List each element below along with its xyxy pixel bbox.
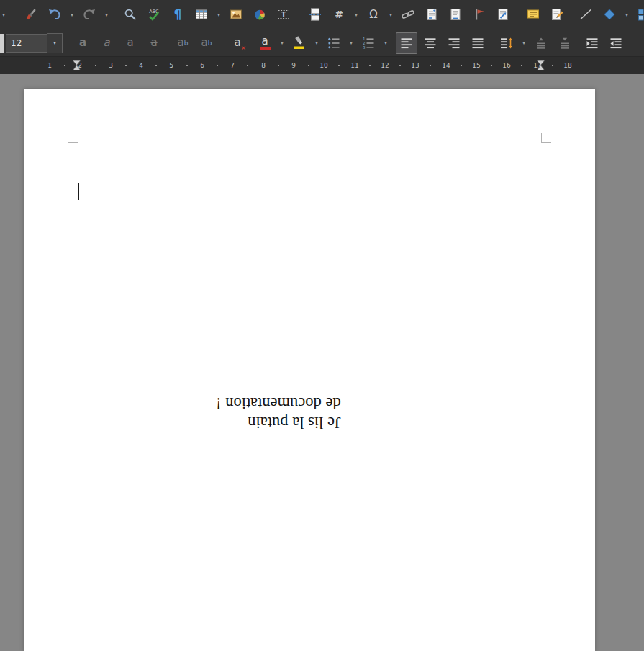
line-spacing-dropdown-arrow[interactable]: ▾ — [520, 32, 528, 54]
basic-shapes-button[interactable] — [599, 4, 620, 25]
subscript-button[interactable]: ab — [196, 32, 217, 54]
highlight-color-dropdown-arrow[interactable]: ▾ — [312, 32, 321, 54]
underline-button[interactable]: a — [119, 32, 141, 54]
decrease-indent-icon — [609, 36, 623, 50]
track-changes-icon — [550, 7, 564, 22]
insert-text-box-button[interactable]: T — [273, 4, 294, 25]
bold-button[interactable]: a — [72, 32, 94, 54]
align-left-button[interactable] — [396, 32, 417, 54]
horizontal-ruler[interactable]: 1 2 3 4 5 6 7 8 9 10 11 12 13 14 15 16 1… — [0, 57, 644, 74]
gallery-grid-icon — [637, 7, 644, 22]
insert-footnote-button[interactable] — [421, 4, 443, 25]
unordered-list-dropdown-arrow[interactable]: ▾ — [347, 32, 355, 54]
insert-bookmark-button[interactable] — [468, 4, 490, 25]
track-changes-button[interactable] — [546, 4, 568, 25]
ordered-list-button[interactable]: 123 — [358, 32, 379, 54]
insert-table-button[interactable] — [191, 4, 212, 25]
clipped-left-toolbar-button[interactable]: ▾ — [0, 4, 7, 25]
align-center-icon — [423, 36, 437, 50]
redo-arrow-icon — [82, 7, 96, 22]
bullet-list-icon — [327, 36, 341, 50]
chevron-down-icon: ▾ — [71, 12, 73, 18]
text-boundary-corner-right — [541, 133, 551, 143]
svg-text:3: 3 — [363, 45, 366, 50]
document-page[interactable]: Je lis la putain de documentation ! — [24, 89, 595, 651]
find-and-replace-button[interactable] — [119, 4, 141, 25]
ruler-number: 5 — [169, 62, 173, 69]
increase-paragraph-spacing-icon — [534, 36, 548, 50]
redo-button[interactable] — [78, 4, 100, 25]
magnifier-icon — [123, 7, 137, 22]
indent-marker-left[interactable] — [73, 60, 81, 70]
clipped-font-name-box[interactable] — [0, 34, 4, 53]
highlight-color-button[interactable] — [289, 32, 310, 54]
insert-endnote-button[interactable] — [445, 4, 466, 25]
decrease-paragraph-spacing-icon — [558, 36, 572, 50]
font-color-button[interactable]: a — [254, 32, 276, 54]
formatting-marks-button[interactable]: ¶ — [167, 4, 189, 25]
font-size-dropdown-button[interactable]: ▾ — [47, 33, 63, 53]
italic-button[interactable]: a — [96, 32, 117, 54]
chevron-down-icon: ▾ — [355, 12, 358, 18]
spelling-check-button[interactable]: ABC — [143, 4, 165, 25]
ruler-number: 13 — [411, 62, 419, 69]
font-color-dropdown-arrow[interactable]: ▾ — [278, 32, 286, 54]
indent-marker-right[interactable] — [537, 60, 545, 70]
increase-paragraph-spacing-button[interactable] — [530, 32, 552, 54]
pilcrow-icon: ¶ — [174, 9, 182, 21]
insert-cross-reference-button[interactable] — [492, 4, 514, 25]
text-boundary-corner-left — [68, 133, 78, 143]
undo-dropdown-arrow[interactable]: ▾ — [68, 4, 76, 25]
font-color-icon: a — [260, 36, 271, 50]
strikethrough-button[interactable]: a — [143, 32, 165, 54]
font-size-combobox: ▾ — [6, 33, 63, 53]
ruler-number: 12 — [381, 62, 389, 69]
highlighter-icon — [292, 36, 307, 50]
insert-page-break-button[interactable] — [304, 4, 326, 25]
insert-special-character-dropdown-arrow[interactable]: ▾ — [386, 4, 395, 25]
undo-arrow-icon — [47, 7, 62, 22]
insert-field-button[interactable]: # — [328, 4, 350, 25]
basic-shapes-dropdown-arrow[interactable]: ▾ — [622, 4, 631, 25]
font-size-input[interactable] — [6, 34, 47, 53]
bookmark-flag-icon — [472, 7, 486, 22]
diamond-shape-icon — [602, 7, 617, 22]
insert-image-button[interactable] — [225, 4, 247, 25]
insert-field-dropdown-arrow[interactable]: ▾ — [352, 4, 360, 25]
ruler-number: 16 — [502, 62, 510, 69]
justify-button[interactable] — [467, 32, 489, 54]
insert-line-button[interactable] — [575, 4, 597, 25]
endnote-page-icon — [448, 7, 463, 22]
ruler-number: 3 — [109, 62, 113, 69]
insert-table-dropdown-arrow[interactable]: ▾ — [214, 4, 223, 25]
unordered-list-button[interactable] — [323, 32, 345, 54]
ordered-list-dropdown-arrow[interactable]: ▾ — [381, 32, 390, 54]
line-spacing-button[interactable] — [496, 32, 517, 54]
superscript-button[interactable]: ab — [172, 32, 194, 54]
clone-formatting-button[interactable] — [20, 4, 42, 25]
align-left-icon — [399, 36, 414, 50]
align-right-button[interactable] — [443, 32, 465, 54]
redo-dropdown-arrow[interactable]: ▾ — [102, 4, 111, 25]
diagonal-line-icon — [579, 7, 593, 22]
undo-button[interactable] — [44, 4, 65, 25]
insert-comment-button[interactable] — [522, 4, 544, 25]
insert-special-character-button[interactable]: Ω — [363, 4, 384, 25]
chevron-down-icon: ▾ — [625, 12, 628, 18]
decrease-paragraph-spacing-button[interactable] — [554, 32, 576, 54]
text-cursor — [78, 183, 79, 200]
red-x-mark: ✕ — [240, 45, 246, 52]
gallery-button[interactable] — [633, 4, 644, 25]
insert-hyperlink-button[interactable] — [397, 4, 419, 25]
chevron-down-icon: ▾ — [217, 12, 220, 18]
pie-chart-icon — [253, 7, 267, 22]
clear-formatting-button[interactable]: a✕ — [227, 32, 248, 54]
ruler-number: 6 — [200, 62, 204, 69]
rotated-paragraph[interactable]: Je lis la putain de documentation ! — [216, 393, 341, 432]
insert-chart-button[interactable] — [249, 4, 271, 25]
increase-indent-button[interactable] — [581, 32, 603, 54]
paintbrush-icon — [24, 7, 38, 22]
align-center-button[interactable] — [419, 32, 441, 54]
decrease-indent-button[interactable] — [605, 32, 627, 54]
chevron-down-icon: ▾ — [281, 40, 284, 46]
